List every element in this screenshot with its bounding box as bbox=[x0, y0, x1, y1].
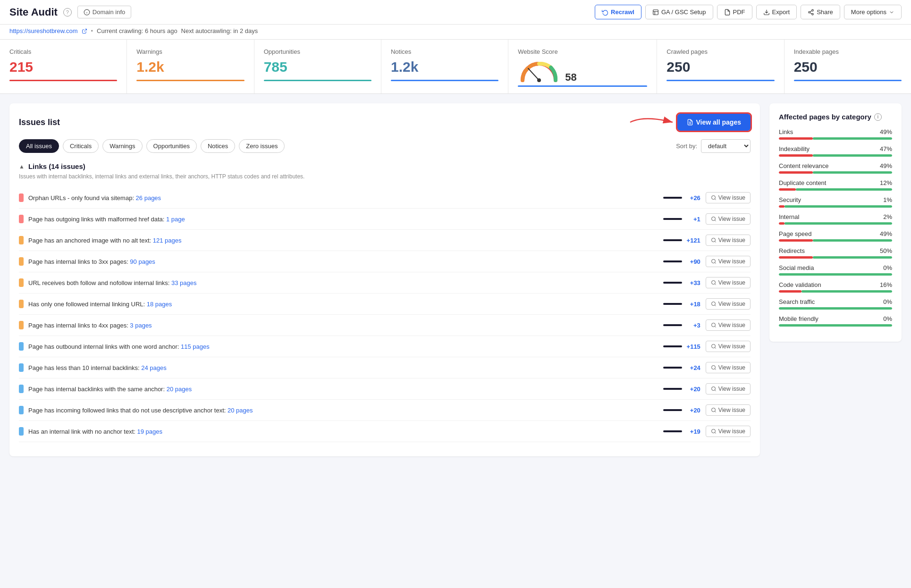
tab-criticals[interactable]: Criticals bbox=[63, 139, 99, 153]
issue-bar: +90 bbox=[663, 258, 701, 265]
issue-mini-bar bbox=[663, 409, 682, 411]
view-issue-button[interactable]: View issue bbox=[706, 277, 751, 288]
view-issue-button[interactable]: View issue bbox=[706, 213, 751, 225]
domain-info-button[interactable]: Domain info bbox=[77, 6, 131, 18]
affected-category-row[interactable]: Indexability 47% bbox=[779, 145, 892, 157]
affected-category-row[interactable]: Redirects 50% bbox=[779, 247, 892, 259]
affected-category-row[interactable]: Internal 2% bbox=[779, 213, 892, 225]
search-icon bbox=[711, 237, 717, 243]
indexable-pages-card[interactable]: Indexable pages 250 bbox=[784, 40, 911, 93]
criticals-card[interactable]: Criticals 215 bbox=[0, 40, 127, 93]
view-issue-button[interactable]: View issue bbox=[706, 362, 751, 373]
notices-card[interactable]: Notices 1.2k bbox=[381, 40, 508, 93]
view-issue-button[interactable]: View issue bbox=[706, 341, 751, 352]
issue-detail: 115 pages bbox=[181, 343, 210, 350]
tab-zero-issues[interactable]: Zero issues bbox=[239, 139, 285, 153]
category-pct: 50% bbox=[880, 247, 892, 254]
search-icon bbox=[711, 195, 717, 201]
crawled-pages-card[interactable]: Crawled pages 250 bbox=[657, 40, 784, 93]
dot-separator: • bbox=[91, 27, 93, 34]
issue-detail: 3 pages bbox=[130, 322, 152, 329]
search-icon bbox=[711, 365, 717, 370]
view-all-pages-button[interactable]: View all pages bbox=[677, 114, 751, 131]
category-bar-bg bbox=[779, 239, 892, 242]
svg-point-7 bbox=[812, 13, 814, 15]
issue-item: Page has outbound internal links with on… bbox=[19, 336, 751, 357]
share-button[interactable]: Share bbox=[801, 5, 840, 19]
category-bar-green bbox=[801, 290, 892, 293]
svg-line-11 bbox=[528, 68, 539, 80]
affected-category-row[interactable]: Duplicate content 12% bbox=[779, 179, 892, 191]
affected-info-icon[interactable]: i bbox=[874, 113, 882, 121]
issue-item: Page has internal links to 3xx pages: 90… bbox=[19, 251, 751, 272]
issue-bar: +18 bbox=[663, 301, 701, 308]
affected-category-row[interactable]: Security 1% bbox=[779, 196, 892, 208]
view-issue-button[interactable]: View issue bbox=[706, 298, 751, 310]
website-score-card[interactable]: Website Score 58 bbox=[508, 40, 657, 93]
ga-gsc-button[interactable]: GA / GSC Setup bbox=[645, 5, 713, 19]
category-row-label: Page speed 49% bbox=[779, 230, 892, 237]
issue-text: Has only one followed internal linking U… bbox=[28, 301, 658, 308]
affected-category-row[interactable]: Page speed 49% bbox=[779, 230, 892, 242]
export-button[interactable]: Export bbox=[756, 5, 797, 19]
issue-bar: +3 bbox=[663, 322, 701, 329]
category-header[interactable]: ▲ Links (14 issues) bbox=[19, 162, 751, 170]
category-bar-red bbox=[779, 154, 813, 157]
category-bar-bg bbox=[779, 324, 892, 327]
issue-count: +121 bbox=[684, 237, 700, 244]
issue-text: Page has less than 10 internal backlinks… bbox=[28, 364, 658, 371]
issue-text: Page has internal backlinks with the sam… bbox=[28, 386, 658, 393]
pdf-button[interactable]: PDF bbox=[717, 5, 752, 19]
view-issue-button[interactable]: View issue bbox=[706, 404, 751, 416]
opportunities-card[interactable]: Opportunities 785 bbox=[254, 40, 381, 93]
issue-mini-bar bbox=[663, 197, 682, 199]
category-row-label: Search traffic 0% bbox=[779, 298, 892, 305]
affected-category-row[interactable]: Content relevance 49% bbox=[779, 162, 892, 174]
affected-category-row[interactable]: Social media 0% bbox=[779, 264, 892, 276]
category-bar-green bbox=[779, 273, 892, 276]
view-issue-button[interactable]: View issue bbox=[706, 235, 751, 246]
svg-line-17 bbox=[715, 199, 716, 200]
more-options-button[interactable]: More options bbox=[844, 5, 902, 19]
view-issue-button[interactable]: View issue bbox=[706, 319, 751, 331]
tab-notices[interactable]: Notices bbox=[201, 139, 235, 153]
category-row-label: Indexability 47% bbox=[779, 145, 892, 152]
view-issue-button[interactable]: View issue bbox=[706, 383, 751, 395]
category-name-label: Social media bbox=[779, 264, 814, 271]
warnings-card[interactable]: Warnings 1.2k bbox=[127, 40, 254, 93]
issue-severity-indicator bbox=[19, 278, 24, 287]
issue-bar: +33 bbox=[663, 279, 701, 286]
recrawl-icon bbox=[602, 9, 608, 16]
issue-count: +3 bbox=[684, 322, 700, 329]
affected-category-row[interactable]: Search traffic 0% bbox=[779, 298, 892, 310]
category-bar-red bbox=[779, 222, 784, 225]
view-issue-button[interactable]: View issue bbox=[706, 192, 751, 203]
help-icon[interactable]: ? bbox=[63, 8, 72, 17]
sort-select[interactable]: default by count by severity bbox=[701, 139, 751, 153]
category-row-label: Links 49% bbox=[779, 128, 892, 135]
notices-label: Notices bbox=[391, 48, 498, 55]
side-panel: Affected pages by category i Links 49% I… bbox=[769, 103, 902, 456]
affected-category-row[interactable]: Code validation 16% bbox=[779, 281, 892, 293]
svg-line-37 bbox=[715, 411, 716, 412]
view-issue-button[interactable]: View issue bbox=[706, 256, 751, 267]
svg-point-36 bbox=[711, 408, 715, 412]
next-autocrawling: Next autocrawling: in 2 days bbox=[181, 27, 258, 34]
tab-opportunities[interactable]: Opportunities bbox=[146, 139, 197, 153]
recrawl-button[interactable]: Recrawl bbox=[595, 5, 641, 19]
tab-warnings[interactable]: Warnings bbox=[102, 139, 142, 153]
affected-category-row[interactable]: Mobile friendly 0% bbox=[779, 315, 892, 327]
issue-severity-indicator bbox=[19, 300, 24, 308]
view-all-area: View all pages bbox=[625, 113, 751, 132]
crawled-pages-bar bbox=[666, 80, 774, 81]
issue-text: Has an internal link with no anchor text… bbox=[28, 428, 658, 435]
issue-detail: 19 pages bbox=[137, 428, 163, 435]
tab-all-issues[interactable]: All issues bbox=[19, 139, 59, 153]
header-right: Recrawl GA / GSC Setup PDF Export Share … bbox=[595, 5, 902, 19]
affected-category-row[interactable]: Links 49% bbox=[779, 128, 892, 140]
crawled-pages-label: Crawled pages bbox=[666, 48, 774, 55]
view-issue-button[interactable]: View issue bbox=[706, 426, 751, 437]
issue-bar: +24 bbox=[663, 364, 701, 371]
category-name-label: Mobile friendly bbox=[779, 315, 818, 322]
site-url-link[interactable]: https://sureshotbrew.com bbox=[9, 27, 78, 34]
